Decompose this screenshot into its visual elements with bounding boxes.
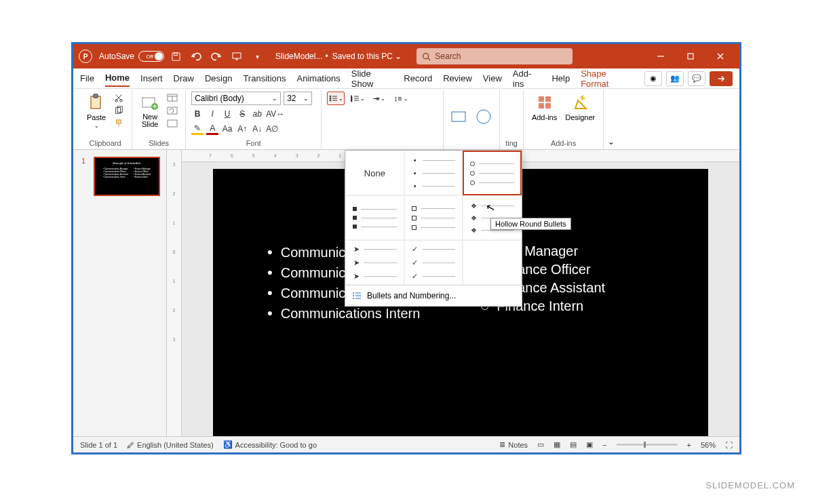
tab-slideshow[interactable]: Slide Show bbox=[351, 66, 393, 92]
zoom-in-button[interactable]: + bbox=[687, 441, 691, 449]
save-icon[interactable] bbox=[167, 47, 185, 65]
format-painter-icon[interactable] bbox=[111, 117, 126, 130]
tab-addins[interactable]: Add-ins bbox=[513, 66, 541, 92]
group-slides: New Slide Slides bbox=[132, 90, 186, 149]
tab-insert[interactable]: Insert bbox=[140, 71, 163, 86]
addins-button[interactable]: Add-ins bbox=[529, 92, 560, 123]
comments-icon[interactable]: 💬 bbox=[688, 71, 705, 86]
camera-icon[interactable]: ◉ bbox=[644, 71, 662, 86]
document-title: SlideModel... bbox=[275, 52, 322, 61]
notes-button[interactable]: ≣ Notes bbox=[499, 440, 528, 449]
bullets-dropdown-button[interactable]: ⌄ bbox=[327, 92, 345, 105]
svg-rect-2 bbox=[233, 53, 241, 58]
autosave-label: AutoSave bbox=[99, 52, 134, 61]
language-button[interactable]: 🖉 English (United States) bbox=[127, 441, 214, 449]
font-color-button[interactable]: A bbox=[206, 123, 218, 135]
shrink-font-button[interactable]: A↓ bbox=[251, 123, 263, 135]
tab-file[interactable]: File bbox=[80, 71, 94, 86]
svg-text:3: 3 bbox=[351, 99, 353, 102]
highlight-button[interactable]: ✎ bbox=[191, 123, 204, 135]
tab-review[interactable]: Review bbox=[443, 71, 472, 86]
reset-icon[interactable] bbox=[165, 104, 180, 117]
svg-point-3 bbox=[423, 53, 429, 58]
rectangle-shape-icon[interactable] bbox=[449, 108, 469, 125]
view-slideshow-icon[interactable]: ▣ bbox=[586, 440, 593, 449]
bullet-option-filled-square[interactable] bbox=[345, 195, 404, 240]
view-normal-icon[interactable]: ▭ bbox=[537, 440, 544, 449]
bold-button[interactable]: B bbox=[191, 108, 204, 120]
font-size-combo[interactable]: 32⌄ bbox=[284, 92, 312, 105]
slide-thumbnail-panel: 1 Example of Sub-bullets Communications … bbox=[73, 150, 167, 436]
minimize-icon[interactable] bbox=[647, 45, 674, 67]
save-status[interactable]: Saved to this PC ⌄ bbox=[332, 52, 402, 61]
char-spacing-button[interactable]: AV↔ bbox=[266, 108, 284, 120]
ruler-vertical: 3210123 bbox=[167, 150, 182, 436]
bullet-option-hollow-square[interactable] bbox=[404, 195, 463, 240]
svg-rect-1 bbox=[174, 52, 177, 55]
strike-button[interactable]: S bbox=[236, 108, 248, 120]
tab-shape-format[interactable]: Shape Format bbox=[581, 66, 634, 92]
present-icon[interactable] bbox=[228, 47, 246, 65]
tab-design[interactable]: Design bbox=[205, 71, 232, 86]
change-case-button[interactable]: Aa bbox=[221, 123, 233, 135]
tab-record[interactable]: Record bbox=[404, 71, 432, 86]
svg-rect-16 bbox=[168, 120, 177, 127]
tab-draw[interactable]: Draw bbox=[174, 71, 194, 86]
fit-to-window-icon[interactable]: ⛶ bbox=[725, 441, 733, 449]
view-reading-icon[interactable]: ▤ bbox=[570, 440, 577, 449]
bullet-option-hollow-round[interactable] bbox=[463, 151, 522, 195]
zoom-out-button[interactable]: − bbox=[602, 441, 606, 449]
new-slide-button[interactable]: New Slide bbox=[138, 92, 162, 130]
underline-button[interactable]: U bbox=[221, 108, 233, 120]
maximize-icon[interactable] bbox=[677, 45, 704, 67]
search-input[interactable]: Search bbox=[416, 48, 573, 64]
ribbon-collapse-icon[interactable]: ⌄ bbox=[605, 134, 617, 149]
teams-icon[interactable]: 👥 bbox=[666, 71, 684, 86]
clear-format-button[interactable]: A∅ bbox=[266, 123, 278, 135]
bullet-option-filled-round[interactable]: • • • bbox=[404, 151, 463, 195]
line-spacing-button[interactable]: ↕≡⌄ bbox=[392, 92, 410, 105]
svg-point-19 bbox=[330, 100, 331, 101]
redo-icon[interactable] bbox=[208, 47, 225, 65]
tab-view[interactable]: View bbox=[483, 71, 502, 86]
font-name-combo[interactable]: Calibri (Body)⌄ bbox=[191, 92, 281, 105]
layout-icon[interactable] bbox=[165, 92, 180, 104]
list-level-button[interactable]: ⇥⌄ bbox=[370, 92, 388, 105]
qat-more-icon[interactable]: ▾ bbox=[248, 47, 266, 65]
slide-thumbnail-1[interactable]: Example of Sub-bullets Communications Ma… bbox=[94, 157, 160, 196]
bullets-and-numbering-link[interactable]: Bullets and Numbering... bbox=[345, 285, 522, 306]
paste-button[interactable]: Paste ⌄ bbox=[84, 92, 109, 130]
close-icon[interactable] bbox=[707, 45, 734, 67]
view-sorter-icon[interactable]: ▦ bbox=[554, 440, 560, 449]
copy-icon[interactable] bbox=[111, 104, 126, 117]
tab-right-tools: ◉ 👥 💬 bbox=[644, 71, 733, 86]
svg-rect-6 bbox=[94, 94, 98, 98]
svg-rect-26 bbox=[545, 96, 551, 102]
cut-icon[interactable] bbox=[111, 92, 126, 104]
svg-point-24 bbox=[477, 110, 490, 123]
editor-area: 1 Example of Sub-bullets Communications … bbox=[73, 150, 739, 436]
zoom-slider[interactable] bbox=[617, 444, 678, 446]
statusbar: Slide 1 of 1 🖉 English (United States) ♿… bbox=[73, 436, 739, 452]
bullet-option-none[interactable]: None bbox=[345, 151, 404, 195]
autosave-toggle[interactable]: Off bbox=[138, 51, 164, 62]
circle-shape-icon[interactable] bbox=[473, 108, 494, 125]
bullet-option-arrow[interactable]: ➤ ➤ ➤ bbox=[345, 240, 404, 285]
section-icon[interactable] bbox=[165, 117, 180, 130]
tab-animations[interactable]: Animations bbox=[297, 71, 341, 86]
numbering-dropdown-button[interactable]: 123 ⌄ bbox=[349, 92, 366, 105]
designer-button[interactable]: Designer bbox=[562, 92, 598, 123]
tab-home[interactable]: Home bbox=[105, 70, 130, 87]
bullet-option-check[interactable]: ✓ ✓ ✓ bbox=[404, 240, 463, 285]
bullet-option-empty[interactable] bbox=[463, 240, 522, 285]
svg-point-31 bbox=[353, 298, 354, 299]
accessibility-button[interactable]: ♿ Accessibility: Good to go bbox=[223, 440, 317, 449]
italic-button[interactable]: I bbox=[206, 108, 218, 120]
tab-transitions[interactable]: Transitions bbox=[243, 71, 286, 86]
tab-help[interactable]: Help bbox=[551, 71, 570, 86]
grow-font-button[interactable]: A↑ bbox=[236, 123, 248, 135]
shadow-button[interactable]: ab bbox=[251, 108, 263, 120]
share-button[interactable] bbox=[710, 71, 733, 86]
svg-rect-11 bbox=[117, 120, 121, 123]
undo-icon[interactable] bbox=[187, 47, 205, 65]
